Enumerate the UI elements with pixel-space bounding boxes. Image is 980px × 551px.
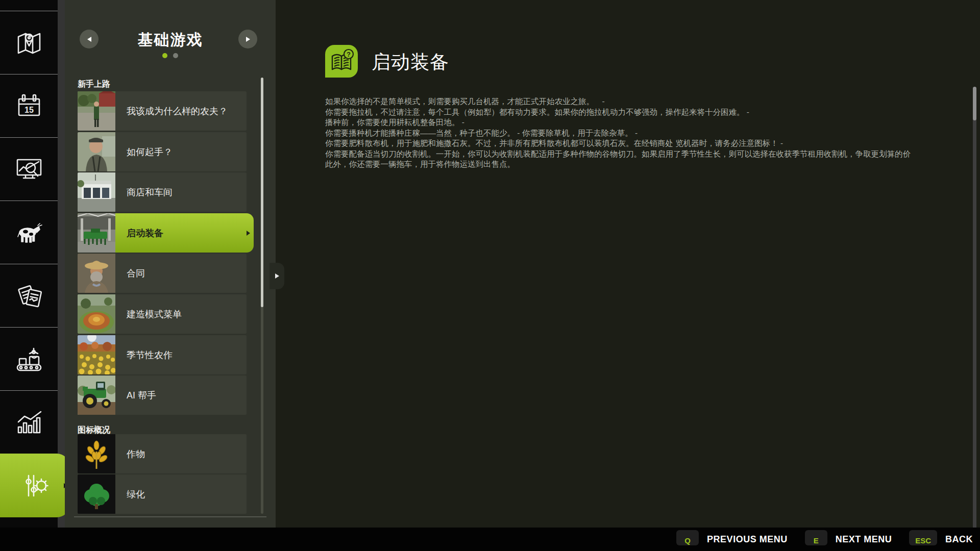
list-item-build-mode[interactable]: 建造模式菜单 <box>78 294 247 334</box>
thumbnail-crops-icon <box>78 434 115 473</box>
help-book-icon: ? <box>325 45 358 78</box>
list-item-label: 我该成为什么样的农夫？ <box>115 91 247 131</box>
thumbnail-greenery-icon <box>78 474 115 514</box>
panel-bottom-divider <box>74 516 266 517</box>
hint-previous-menu[interactable]: Q PREVIOUS MENU <box>676 532 788 547</box>
svg-text:?: ? <box>347 51 351 58</box>
help-text-line: 如果你选择的不是简单模式，则需要购买几台机器，才能正式开始农业之旅。 - <box>325 96 944 107</box>
hint-label: NEXT MENU <box>836 534 892 545</box>
pager-dot-active <box>162 53 167 58</box>
list-item-label: AI 帮手 <box>115 375 247 415</box>
thumbnail-shop <box>78 172 115 212</box>
list-item-label: 建造模式菜单 <box>115 294 247 334</box>
pager-dot-inactive <box>173 53 178 58</box>
help-text-line: 你需要肥料散布机，用于施肥和施撒石灰。不过，并非所有肥料散布机都可以装填石灰。在… <box>325 138 944 149</box>
keycap-esc: ESC <box>909 530 937 545</box>
list-item-label: 商店和车间 <box>115 172 247 212</box>
keycap-q: Q <box>676 530 699 545</box>
thumbnail-contract-farmer <box>78 254 115 293</box>
content-scrollbar-thumb[interactable] <box>973 87 976 120</box>
list-item-ai-helper[interactable]: AI 帮手 <box>78 375 247 415</box>
list-item-seasonal-farming[interactable]: 季节性农作 <box>78 335 247 374</box>
list-item-how-to-start[interactable]: 如何起手？ <box>78 132 247 171</box>
list-item-shop-workshop[interactable]: 商店和车间 <box>78 172 247 212</box>
list-item-label: 绿化 <box>115 474 247 514</box>
page-title: 启动装备 <box>372 49 449 75</box>
list-item-what-farmer[interactable]: 我该成为什么样的农夫？ <box>78 91 247 131</box>
list-item-greenery[interactable]: 绿化 <box>78 474 247 514</box>
help-topics-panel: 基础游戏 新手上路 我该成为什么样的农夫？ <box>65 0 276 534</box>
sidebar-item-prices[interactable] <box>0 137 58 201</box>
thumbnail-build-mode <box>78 294 115 334</box>
help-text-line: 播种前，你需要使用耕耘机整备田地。 - <box>325 117 944 128</box>
map-icon <box>14 30 44 56</box>
hint-back[interactable]: ESC BACK <box>909 532 973 547</box>
thumbnail-old-farmer <box>78 132 115 171</box>
statistics-icon <box>14 409 44 436</box>
section-label: 新手上路 <box>78 79 110 90</box>
selected-item-arrow-icon <box>247 231 250 236</box>
help-text-line: 此外，你还需要一辆拖车，用于将作物运送到出售点。 <box>325 159 944 170</box>
cow-icon <box>14 219 44 246</box>
expander-arrow-icon <box>275 273 279 279</box>
settings-icon <box>20 471 51 500</box>
list-scrollbar[interactable] <box>261 78 263 514</box>
help-text-block: 如果你选择的不是简单模式，则需要购买几台机器，才能正式开始农业之旅。 - 你需要… <box>325 96 944 170</box>
thumbnail-equipment <box>78 213 115 253</box>
help-text-line: 你需要配备适当切刀的收割机。一开始，你可以为收割机装配适用于多种作物的谷物切刀。… <box>325 149 944 160</box>
bottom-hint-bar: Q PREVIOUS MENU E NEXT MENU ESC BACK <box>0 528 980 551</box>
help-text-line: 你需要播种机才能播种庄稼——当然，种子也不能少。 - 你需要除草机，用于去除杂草… <box>325 128 944 139</box>
panel-expander-button[interactable] <box>270 263 284 289</box>
prices-icon <box>14 156 44 183</box>
hint-label: PREVIOUS MENU <box>707 534 788 545</box>
thumbnail-farmer-choice <box>78 91 115 131</box>
keycap-e: E <box>805 530 827 545</box>
production-icon <box>14 345 44 373</box>
sidebar-item-settings[interactable] <box>0 454 70 517</box>
list-item-label: 启动装备 <box>115 213 254 253</box>
thumbnail-sunflowers <box>78 335 115 374</box>
sidebar-item-production[interactable] <box>0 327 58 391</box>
list-item-starter-equipment-selected[interactable]: 启动装备 <box>78 213 254 253</box>
list-item-crops[interactable]: 作物 <box>78 434 247 473</box>
hint-next-menu[interactable]: E NEXT MENU <box>805 532 892 547</box>
pager-dots <box>65 53 276 58</box>
sidebar-item-statistics[interactable] <box>0 390 58 454</box>
list-item-label: 作物 <box>115 434 247 473</box>
content-scrollbar[interactable] <box>973 87 976 535</box>
fs22-help-screen: 15 <box>0 0 980 551</box>
sidebar-item-animals[interactable] <box>0 201 58 264</box>
list-item-label: 如何起手？ <box>115 132 247 171</box>
help-content-area: ? 启动装备 如果你选择的不是简单模式，则需要购买几台机器，才能正式开始农业之旅… <box>276 0 980 528</box>
hint-label: BACK <box>945 534 973 545</box>
list-item-label: 合同 <box>115 254 247 293</box>
panel-title: 基础游戏 <box>65 30 276 51</box>
calendar-icon: 15 <box>14 93 44 119</box>
list-scrollbar-thumb[interactable] <box>261 78 263 307</box>
list-item-label: 季节性农作 <box>115 335 247 374</box>
svg-text:15: 15 <box>24 106 34 114</box>
sidebar-item-contracts[interactable] <box>0 264 58 328</box>
contracts-icon <box>14 282 44 310</box>
help-text-line: 你需要拖拉机，不过请注意，每个工具（例如犁）都有动力要求。如果你的拖拉机动力不够… <box>325 107 944 118</box>
sidebar-item-map[interactable] <box>0 11 58 74</box>
sidebar-item-calendar[interactable]: 15 <box>0 74 58 138</box>
thumbnail-tractor <box>78 375 115 415</box>
list-item-contracts[interactable]: 合同 <box>78 254 247 293</box>
